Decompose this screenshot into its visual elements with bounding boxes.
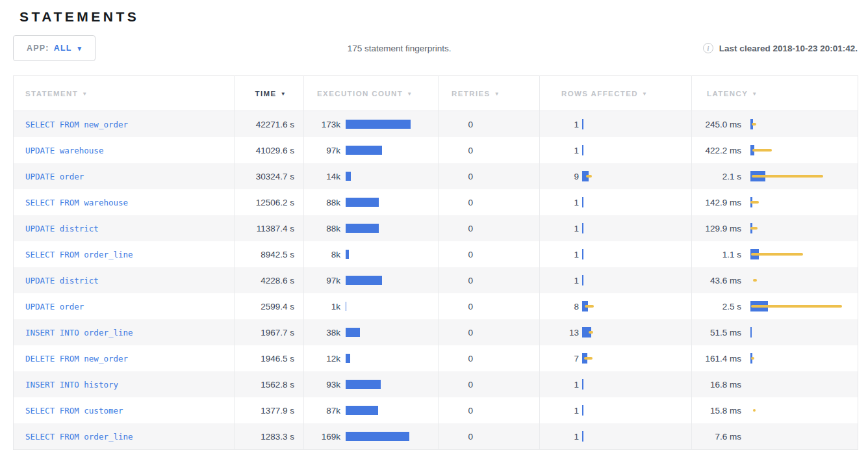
sort-desc-icon: ▼ [494,91,500,97]
execution-count-value: 88k [304,198,340,207]
app-filter-dropdown[interactable]: APP: ALL ▾ [13,35,96,61]
info-icon[interactable]: i [703,43,713,53]
rows-affected-stddev-bar [585,305,594,308]
retries-value: 0 [439,224,473,233]
column-header-latency[interactable]: LATENCY▼ [692,76,858,111]
statement-cell: DELETE FROM new_order [14,345,235,371]
time-cell: 1946.5 s [235,345,304,371]
latency-mean-bar [750,327,752,338]
latency-value: 1.1 s [692,250,741,259]
statement-link[interactable]: DELETE FROM new_order [25,354,128,364]
chevron-down-icon: ▾ [78,44,83,53]
statement-link[interactable]: UPDATE warehouse [25,146,103,155]
execution-count-bar [346,120,411,129]
sort-desc-icon: ▼ [642,91,648,97]
statement-link[interactable]: UPDATE district [25,224,99,233]
rows-affected-mean-bar [582,249,583,259]
statement-link[interactable]: INSERT INTO history [25,380,118,390]
time-cell: 1377.9 s [235,397,304,423]
statement-count: 175 statement fingerprints. [96,44,703,53]
statement-link[interactable]: UPDATE district [25,276,99,285]
rows-affected-cell: 8 [540,293,692,319]
retries-value: 0 [439,146,473,155]
statement-cell: SELECT FROM warehouse [14,189,235,215]
latency-stddev-bar [750,227,758,230]
latency-cell: 161.4 ms [692,345,858,371]
rows-affected-value: 1 [540,406,579,416]
execution-count-cell: 14k [304,163,439,189]
execution-count-bar [346,328,360,337]
latency-value: 2.5 s [692,302,741,311]
rows-affected-stddev-bar [586,175,592,178]
statement-cell: INSERT INTO history [14,371,235,397]
rows-affected-cell: 1 [540,189,692,215]
execution-count-value: 93k [304,380,340,390]
rows-affected-value: 1 [540,276,579,285]
statement-link[interactable]: SELECT FROM order_line [25,250,133,259]
time-cell: 42271.6 s [235,111,304,138]
statement-link[interactable]: UPDATE order [25,302,84,311]
table-row: UPDATE warehouse 41029.6 s 97k 0 1 [14,137,858,163]
latency-cell: 1.1 s [692,241,858,267]
execution-count-bar [346,224,379,233]
column-header-retries[interactable]: RETRIES▼ [439,76,540,111]
rows-affected-value: 1 [540,250,579,259]
execution-count-cell: 97k [304,267,439,293]
table-row: UPDATE order 30324.7 s 14k 0 9 [14,163,858,189]
execution-count-bar [346,302,346,311]
time-cell: 2599.4 s [235,293,304,319]
rows-affected-mean-bar [582,119,583,129]
time-cell: 41029.6 s [235,137,304,163]
table-header-row: STATEMENT▼ TIME▼ EXECUTION COUNT▼ RETRIE… [14,76,858,111]
latency-cell: 43.6 ms [692,267,858,293]
execution-count-value: 173k [304,120,340,129]
execution-count-bar [346,354,350,363]
table-row: UPDATE district 11387.4 s 88k 0 1 [14,215,858,241]
execution-count-cell: 1k [304,293,439,319]
retries-cell: 0 [439,423,540,450]
statement-cell: UPDATE district [14,267,235,293]
rows-affected-cell: 1 [540,215,692,241]
execution-count-cell: 12k [304,345,439,371]
statement-cell: SELECT FROM new_order [14,111,235,138]
rows-affected-mean-bar [582,223,583,233]
statement-link[interactable]: INSERT INTO order_line [25,328,133,338]
retries-cell: 0 [439,111,540,138]
table-row: DELETE FROM new_order 1946.5 s 12k 0 7 [14,345,858,371]
rows-affected-cell: 1 [540,241,692,267]
rows-affected-mean-bar [582,379,583,390]
latency-value: 43.6 ms [692,276,741,285]
execution-count-cell: 97k [304,137,439,163]
statement-link[interactable]: SELECT FROM order_line [25,432,133,442]
execution-count-cell: 173k [304,111,439,138]
column-header-rows-affected[interactable]: ROWS AFFECTED▼ [540,76,692,111]
execution-count-value: 1k [304,302,340,311]
time-cell: 1967.7 s [235,319,304,345]
statement-cell: UPDATE order [14,163,235,189]
execution-count-bar [346,276,382,285]
retries-cell: 0 [439,319,540,345]
retries-value: 0 [439,328,473,338]
retries-value: 0 [439,120,473,129]
execution-count-value: 8k [304,250,340,259]
execution-count-cell: 87k [304,397,439,423]
rows-affected-stddev-bar [589,331,593,334]
latency-stddev-bar [752,175,823,178]
execution-count-bar [346,146,382,155]
statement-link[interactable]: UPDATE order [25,172,84,181]
rows-affected-mean-bar [582,275,583,285]
table-row: SELECT FROM order_line 8942.5 s 8k 0 1 [14,241,858,267]
time-cell: 1283.3 s [235,423,304,450]
statement-link[interactable]: SELECT FROM new_order [25,120,128,129]
execution-count-value: 87k [304,406,340,416]
statement-link[interactable]: SELECT FROM warehouse [25,198,128,207]
column-header-statement[interactable]: STATEMENT▼ [14,76,235,111]
retries-value: 0 [439,198,473,207]
column-header-time[interactable]: TIME▼ [235,76,304,111]
latency-cell: 245.0 ms [692,111,858,138]
rows-affected-value: 1 [540,120,579,129]
statement-link[interactable]: SELECT FROM customer [25,406,123,416]
column-header-execution-count[interactable]: EXECUTION COUNT▼ [304,76,439,111]
latency-stddev-bar [751,305,842,308]
rows-affected-value: 1 [540,198,579,207]
